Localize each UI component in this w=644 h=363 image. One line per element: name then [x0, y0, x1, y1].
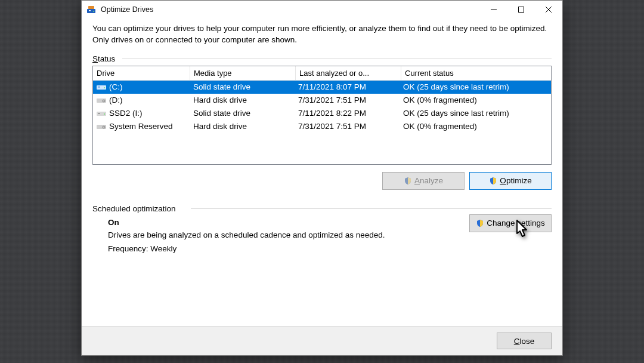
- close-button[interactable]: [535, 1, 562, 19]
- table-header: Drive Media type Last analyzed or o... C…: [93, 66, 551, 81]
- svg-point-13: [103, 100, 104, 101]
- optimize-drives-window: Optimize Drives You can optimize your dr…: [81, 0, 563, 356]
- drive-status: OK (0% fragmented): [400, 96, 551, 104]
- intro-text: You can optimize your drives to help you…: [92, 23, 552, 46]
- drive-status: OK (25 days since last retrim): [400, 109, 551, 118]
- table-row[interactable]: (D:) Hard disk drive 7/31/2021 7:51 PM O…: [93, 94, 551, 107]
- svg-rect-9: [98, 87, 100, 88]
- drive-last: 7/31/2021 7:51 PM: [295, 122, 400, 131]
- drive-name: System Reserved: [109, 122, 173, 131]
- table-row[interactable]: System Reserved Hard disk drive 7/31/202…: [93, 120, 551, 133]
- window-title: Optimize Drives: [101, 5, 153, 14]
- table-row[interactable]: SSD2 (I:) Solid state drive 7/11/2021 8:…: [93, 107, 551, 120]
- close-dialog-button[interactable]: Close: [497, 333, 552, 349]
- status-section-label: Status: [92, 54, 552, 63]
- drive-status: OK (0% fragmented): [400, 122, 551, 131]
- svg-rect-5: [519, 7, 524, 13]
- svg-rect-2: [89, 10, 91, 11]
- shield-icon: [489, 177, 497, 185]
- drive-media: Solid state drive: [190, 109, 295, 118]
- svg-point-19: [103, 127, 104, 128]
- drive-icon: [97, 123, 106, 130]
- drive-status: OK (25 days since last retrim): [400, 82, 551, 91]
- minimize-button[interactable]: [480, 1, 507, 19]
- drive-table: Drive Media type Last analyzed or o... C…: [92, 66, 552, 165]
- footer: Close: [82, 326, 562, 355]
- col-status[interactable]: Current status: [401, 66, 551, 80]
- col-last[interactable]: Last analyzed or o...: [296, 66, 401, 80]
- shield-icon: [404, 177, 412, 185]
- drive-media: Hard disk drive: [190, 122, 295, 131]
- titlebar: Optimize Drives: [82, 1, 562, 19]
- col-drive[interactable]: Drive: [93, 66, 190, 80]
- scheduled-body: Change settings On Drives are being anal…: [92, 216, 552, 253]
- svg-point-16: [104, 113, 105, 115]
- drive-last: 7/11/2021 8:07 PM: [295, 82, 400, 91]
- optimize-button[interactable]: Optimize: [469, 172, 552, 190]
- maximize-button[interactable]: [507, 1, 535, 19]
- shield-icon: [476, 219, 484, 227]
- analyze-button: Analyze: [382, 172, 465, 190]
- svg-rect-15: [98, 113, 100, 114]
- analyze-label: nalyze: [420, 176, 443, 185]
- change-settings-pre: Change: [487, 219, 517, 227]
- drive-icon: [97, 110, 106, 117]
- optimize-label: ptimize: [506, 176, 532, 185]
- table-row[interactable]: (C:) Solid state drive 7/11/2021 8:07 PM…: [93, 81, 551, 94]
- drive-icon: [97, 97, 106, 104]
- drive-name: (D:): [109, 96, 123, 104]
- scheduled-section-label: Scheduled optimization: [92, 204, 552, 213]
- schedule-freq: Frequency: Weekly: [108, 244, 552, 253]
- change-settings-post: ettings: [521, 219, 545, 227]
- svg-point-3: [93, 11, 94, 12]
- col-media[interactable]: Media type: [190, 66, 296, 80]
- drive-name: SSD2 (I:): [109, 109, 143, 118]
- drive-media: Hard disk drive: [190, 96, 295, 104]
- app-icon: [86, 5, 96, 14]
- close-label: lose: [519, 337, 534, 346]
- drive-icon: [97, 84, 106, 91]
- change-settings-button[interactable]: Change settings: [469, 214, 552, 232]
- drive-last: 7/31/2021 7:51 PM: [295, 96, 400, 104]
- drive-media: Solid state drive: [190, 82, 295, 91]
- drive-last: 7/11/2021 8:22 PM: [295, 109, 400, 118]
- svg-rect-1: [88, 6, 94, 9]
- svg-rect-0: [87, 9, 95, 13]
- svg-point-10: [104, 87, 105, 88]
- drive-name: (C:): [109, 82, 123, 91]
